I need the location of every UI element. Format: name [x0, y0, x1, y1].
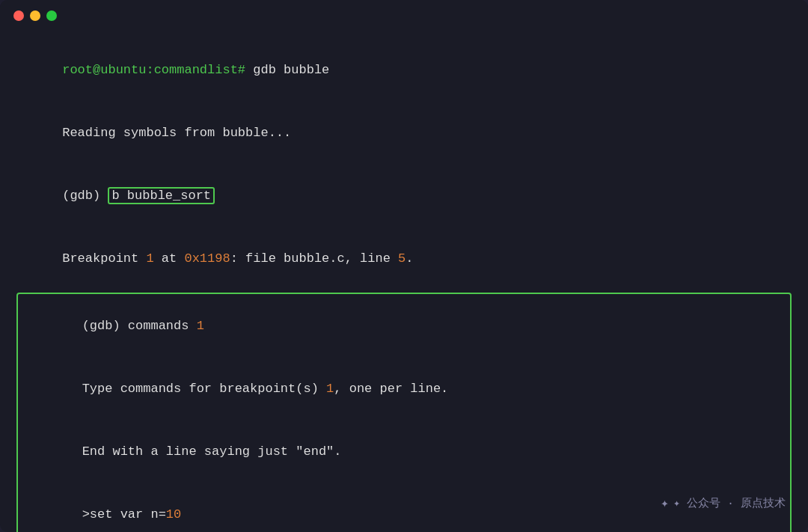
- minimize-button[interactable]: [30, 10, 40, 21]
- line-gdb-start: root@ubuntu:commandlist# gdb bubble: [16, 39, 792, 102]
- close-button[interactable]: [13, 10, 24, 21]
- terminal-window: root@ubuntu:commandlist# gdb bubble Read…: [0, 0, 808, 532]
- line-reading-symbols: Reading symbols from bubble...: [16, 102, 792, 165]
- maximize-button[interactable]: [46, 10, 57, 21]
- line-end-instruction: End with a line saying just "end".: [21, 421, 787, 483]
- terminal-content: root@ubuntu:commandlist# gdb bubble Read…: [0, 31, 808, 532]
- line-breakpoint-info: Breakpoint 1 at 0x1198: file bubble.c, l…: [16, 227, 792, 290]
- watermark: ✦ ✦ 公众号 · 原点技术: [661, 495, 786, 511]
- gdb-command: gdb bubble: [245, 63, 329, 77]
- b-bubble-sort-highlight: b bubble_sort: [108, 187, 215, 204]
- watermark-text: ✦ 公众号 · 原点技术: [673, 496, 786, 510]
- watermark-icon: ✦: [661, 495, 669, 511]
- shell-prompt: root@ubuntu:commandlist#: [62, 63, 245, 77]
- line-b-bubble: (gdb) b bubble_sort: [16, 165, 792, 227]
- title-bar: [0, 0, 808, 31]
- line-type-commands: Type commands for breakpoint(s) 1, one p…: [21, 358, 787, 421]
- line-commands-1: (gdb) commands 1: [21, 295, 787, 358]
